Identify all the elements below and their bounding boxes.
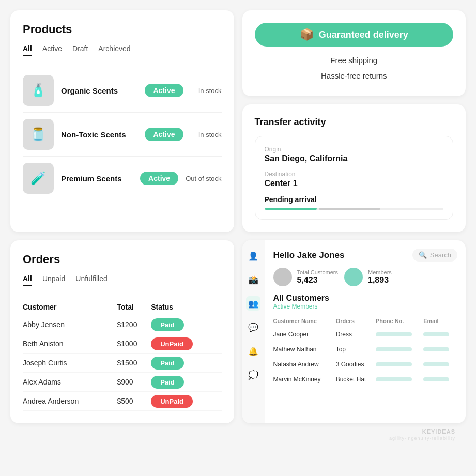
customer-name: Abby Jensen — [23, 315, 117, 334]
customer-email — [423, 357, 457, 372]
products-title: Products — [23, 23, 222, 36]
origin-label: Origin — [265, 146, 444, 153]
orders-tab-unpaid[interactable]: Unpaid — [42, 274, 65, 286]
customer-order: Bucket Hat — [336, 372, 376, 387]
customer-name: Beth Aniston — [23, 334, 117, 354]
table-row: Abby Jensen $1200 Paid — [23, 315, 222, 334]
email-bar — [423, 362, 449, 366]
customer-name: Joseph Curtis — [23, 354, 117, 373]
sidebar-icon-chat[interactable]: 💭 — [246, 367, 260, 382]
products-tabs: All Active Draft Archieved — [23, 44, 222, 60]
brand-tagline: agility·ingenuity·reliability — [389, 436, 455, 441]
email-bar — [423, 332, 449, 336]
customer-name: Marvin McKinney — [273, 372, 336, 387]
tab-all[interactable]: All — [23, 44, 32, 56]
orders-tab-unfulfilled[interactable]: Unfulfilled — [75, 274, 107, 286]
sidebar-icon-notifications[interactable]: 🔔 — [246, 344, 260, 358]
active-members-label: Active Members — [273, 303, 458, 310]
stat-total-customers: Total Customers 5,423 — [273, 268, 338, 286]
customer-name: Alex Adams — [23, 373, 117, 392]
product-status-badge: Active — [145, 128, 183, 141]
product-image: 🧪 — [23, 163, 54, 194]
progress-done — [265, 208, 317, 210]
orders-title: Orders — [23, 253, 222, 266]
phone-bar — [376, 347, 412, 351]
search-placeholder-text: Search — [430, 251, 451, 259]
footer: KEYIDEAS agility·ingenuity·reliability — [10, 423, 466, 446]
customers-header: Hello Jake Jones 🔍 Search — [273, 249, 458, 262]
product-name: Organic Scents — [61, 86, 137, 95]
unpaid-badge: UnPaid — [151, 395, 193, 408]
orders-tab-all[interactable]: All — [23, 274, 32, 286]
tab-active[interactable]: Active — [42, 44, 62, 56]
stat-avatar-members — [344, 268, 363, 286]
customers-main: Hello Jake Jones 🔍 Search Total Customer… — [265, 240, 466, 423]
order-total: $900 — [117, 373, 151, 392]
product-row: 🧪 Premium Scents Active Out of stock — [23, 157, 222, 200]
col-phone: Phone No. — [376, 315, 423, 327]
customer-email — [423, 342, 457, 357]
customer-name: Mathew Nathan — [273, 342, 336, 357]
transfer-status: Pending arrival — [265, 195, 444, 204]
transfer-progress-bar — [265, 208, 444, 210]
customer-name: Natasha Andrew — [273, 357, 336, 372]
orders-table: Customer Total Status Abby Jensen $1200 … — [23, 299, 222, 411]
customer-email — [423, 372, 457, 387]
progress-pending — [382, 208, 443, 210]
col-customer: Customer — [23, 299, 117, 315]
table-row: Alex Adams $900 Paid — [23, 373, 222, 392]
product-status-badge: Active — [140, 172, 178, 185]
sidebar-icon-photos[interactable]: 📸 — [246, 272, 260, 287]
customers-search-box[interactable]: 🔍 Search — [412, 249, 457, 262]
stat-label-customers: Total Customers — [297, 269, 338, 275]
delivery-features: Free shipping Hassle-free returns — [255, 53, 454, 84]
sidebar-icon-users[interactable]: 👥 — [246, 296, 260, 311]
order-total: $1500 — [117, 354, 151, 373]
table-row: Marvin McKinney Bucket Hat — [273, 372, 458, 387]
sidebar-icon-profile[interactable]: 👤 — [246, 249, 260, 263]
transfer-origin: Origin San Diego, California — [265, 146, 444, 163]
customer-phone — [376, 342, 423, 357]
stat-value-customers: 5,423 — [297, 275, 338, 285]
phone-bar — [376, 362, 412, 366]
table-row: Beth Aniston $1000 UnPaid — [23, 334, 222, 354]
product-stock: Out of stock — [186, 175, 221, 182]
stat-value-members: 1,893 — [368, 275, 392, 285]
customer-email — [423, 327, 457, 342]
col-email: Email — [423, 315, 457, 327]
product-row: 🫙 Non-Toxic Scents Active In stock — [23, 113, 222, 157]
product-image: 🫙 — [23, 119, 54, 150]
sidebar-icon-messages[interactable]: 💬 — [246, 320, 260, 334]
phone-bar — [376, 332, 412, 336]
customers-table: Customer Name Orders Phone No. Email Jan… — [273, 315, 458, 387]
customer-phone — [376, 357, 423, 372]
destination-label: Destination — [265, 171, 444, 178]
delivery-banner: 📦 Guaranteed delivery — [255, 23, 454, 47]
order-status: UnPaid — [151, 334, 221, 354]
all-customers-title: All Customers — [273, 294, 458, 303]
progress-mid — [319, 208, 380, 210]
tab-archieved[interactable]: Archieved — [98, 44, 130, 56]
email-bar — [423, 377, 449, 381]
customer-phone — [376, 372, 423, 387]
tab-draft[interactable]: Draft — [72, 44, 88, 56]
customers-panel: 👤 📸 👥 💬 🔔 💭 Hello Jake Jones 🔍 Search To… — [242, 240, 466, 423]
delivery-banner-text: Guaranteed delivery — [319, 29, 408, 40]
product-image: 🧴 — [23, 75, 54, 106]
table-row: Natasha Andrew 3 Goodies — [273, 357, 458, 372]
paid-badge: Paid — [151, 376, 183, 389]
phone-bar — [376, 377, 412, 381]
table-row: Joseph Curtis $1500 Paid — [23, 354, 222, 373]
customers-sidebar: 👤 📸 👥 💬 🔔 💭 — [242, 240, 265, 423]
customer-name: Andrea Anderson — [23, 392, 117, 411]
transfer-card: Transfer activity Origin San Diego, Cali… — [242, 104, 466, 232]
product-row: 🧴 Organic Scents Active In stock — [23, 69, 222, 113]
order-total: $1000 — [117, 334, 151, 354]
col-customer-name: Customer Name — [273, 315, 336, 327]
destination-value: Center 1 — [265, 179, 444, 188]
customer-phone — [376, 327, 423, 342]
customers-greeting: Hello Jake Jones — [273, 250, 345, 260]
col-status: Status — [151, 299, 221, 315]
delivery-icon: 📦 — [300, 28, 314, 41]
product-name: Premium Scents — [61, 174, 133, 183]
